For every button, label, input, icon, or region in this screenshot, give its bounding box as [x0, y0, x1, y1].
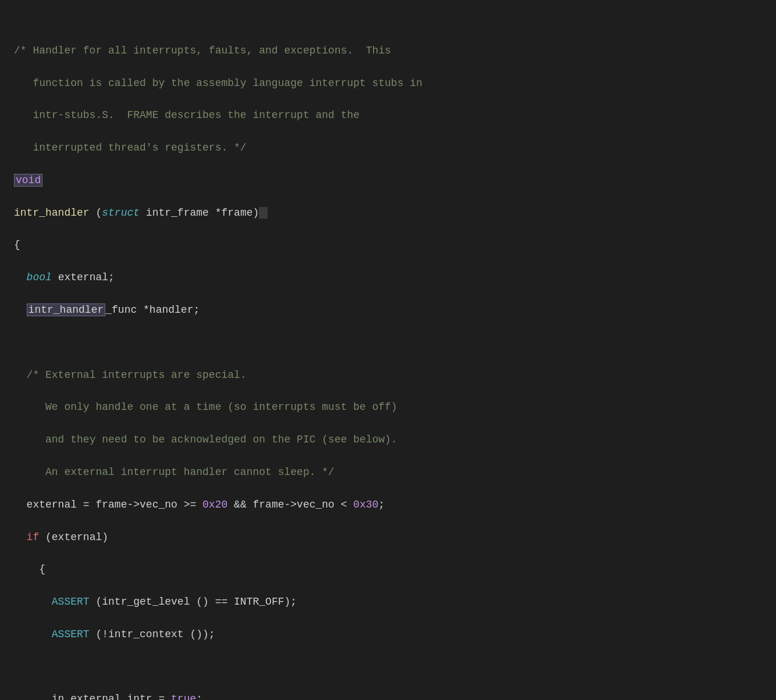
line-20 — [14, 659, 762, 676]
line-13: and they need to be acknowledged on the … — [14, 432, 762, 448]
code-editor: /* Handler for all interrupts, faults, a… — [0, 0, 776, 700]
keyword-struct: struct — [102, 207, 140, 219]
hex-0x30: 0x30 — [353, 499, 378, 510]
type-name: intr_frame — [140, 207, 215, 219]
hex-0x20: 0x20 — [202, 499, 227, 510]
pointer-param: *frame) — [215, 207, 259, 219]
in-external-assign: in_external_intr = — [52, 693, 171, 700]
line-11: /* External interrupts are special. — [14, 367, 762, 384]
line-5: void — [14, 173, 762, 189]
type-intr-handler-func: intr_handler — [29, 304, 104, 316]
assert-1: ASSERT — [52, 596, 90, 608]
comment-1: /* Handler for all interrupts, faults, a… — [14, 45, 391, 56]
func-name-intr-handler: intr_handler — [14, 207, 90, 219]
comment-external-1: /* External interrupts are special. — [27, 369, 247, 381]
and-op: && frame->vec_no < — [227, 499, 353, 510]
line-7: { — [14, 237, 762, 253]
line-6: intr_handler (struct intr_frame *frame) — [14, 205, 762, 222]
line-21: in_external_intr = true; — [14, 691, 762, 700]
comment-4: interrupted thread's registers. */ — [14, 142, 247, 153]
bool-true: true — [171, 693, 196, 700]
line-12: We only handle one at a time (so interru… — [14, 399, 762, 416]
assert-1-args: (intr_get_level () == INTR_OFF); — [90, 596, 297, 608]
brace-if-open: { — [39, 563, 45, 575]
comment-external-2: We only handle one at a time (so interru… — [45, 401, 397, 413]
comment-3: intr-stubs.S. FRAME describes the interr… — [14, 109, 359, 121]
keyword-void: void — [16, 174, 41, 186]
line-3: intr-stubs.S. FRAME describes the interr… — [14, 108, 762, 124]
func-highlight-box — [259, 207, 268, 219]
line-16: if (external) — [14, 530, 762, 546]
semicolon-2: ; — [196, 693, 202, 700]
keyword-if-1: if — [27, 531, 40, 543]
var-external: external; — [52, 272, 115, 283]
assert-2: ASSERT — [52, 628, 90, 640]
line-19: ASSERT (!intr_context ()); — [14, 627, 762, 643]
line-1: /* Handler for all interrupts, faults, a… — [14, 43, 762, 59]
line-4: interrupted thread's registers. */ — [14, 140, 762, 156]
line-10 — [14, 335, 762, 351]
rest-handler-decl: _func *handler; — [105, 304, 200, 316]
line-14: An external interrupt handler cannot sle… — [14, 465, 762, 481]
line-8: bool external; — [14, 270, 762, 286]
paren-open: ( — [90, 207, 102, 219]
line-9: intr_handler_func *handler; — [14, 302, 762, 319]
if-cond-external: (external) — [39, 531, 108, 543]
comment-external-3: and they need to be acknowledged on the … — [45, 434, 397, 445]
comment-2: function is called by the assembly langu… — [14, 77, 422, 89]
line-17: { — [14, 562, 762, 578]
external-assign: external = frame->vec_no >= — [27, 499, 202, 510]
line-15: external = frame->vec_no >= 0x20 && fram… — [14, 497, 762, 513]
keyword-bool: bool — [27, 272, 52, 283]
assert-2-args: (!intr_context ()); — [90, 628, 215, 640]
semicolon-1: ; — [379, 499, 385, 510]
line-18: ASSERT (intr_get_level () == INTR_OFF); — [14, 594, 762, 610]
line-2: function is called by the assembly langu… — [14, 76, 762, 92]
comment-external-4: An external interrupt handler cannot sle… — [45, 466, 334, 478]
brace-open: { — [14, 239, 20, 251]
